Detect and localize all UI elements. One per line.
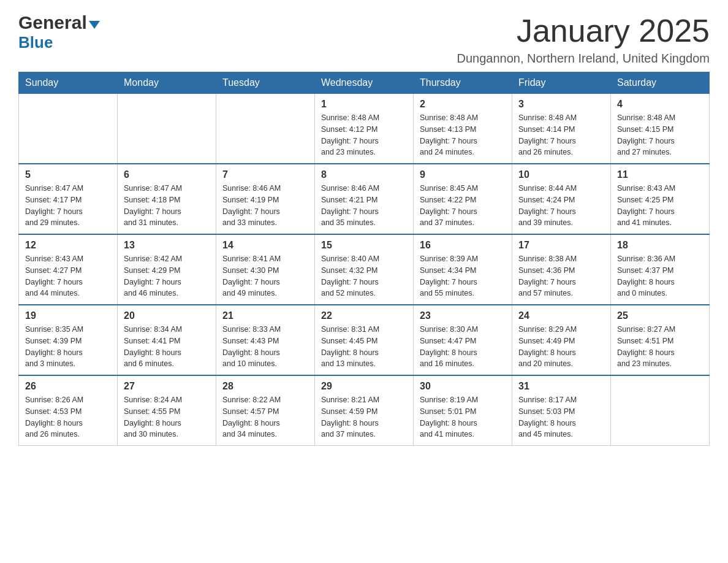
calendar-cell: 12Sunrise: 8:43 AM Sunset: 4:27 PM Dayli…	[19, 234, 118, 305]
day-info: Sunrise: 8:48 AM Sunset: 4:14 PM Dayligh…	[518, 112, 604, 158]
calendar-week-1: 1Sunrise: 8:48 AM Sunset: 4:12 PM Daylig…	[19, 94, 710, 164]
day-number: 18	[617, 240, 703, 251]
day-number: 23	[420, 310, 506, 321]
day-number: 29	[321, 381, 407, 392]
day-number: 15	[321, 240, 407, 251]
day-info: Sunrise: 8:47 AM Sunset: 4:18 PM Dayligh…	[124, 183, 210, 229]
day-info: Sunrise: 8:41 AM Sunset: 4:30 PM Dayligh…	[222, 253, 308, 299]
day-info: Sunrise: 8:21 AM Sunset: 4:59 PM Dayligh…	[321, 394, 407, 440]
day-number: 25	[617, 310, 703, 321]
calendar-cell: 22Sunrise: 8:31 AM Sunset: 4:45 PM Dayli…	[315, 305, 414, 375]
calendar-cell: 4Sunrise: 8:48 AM Sunset: 4:15 PM Daylig…	[611, 94, 710, 164]
calendar-cell: 17Sunrise: 8:38 AM Sunset: 4:36 PM Dayli…	[512, 234, 611, 305]
day-number: 7	[222, 169, 308, 180]
location: Dungannon, Northern Ireland, United King…	[457, 52, 710, 66]
calendar-cell: 25Sunrise: 8:27 AM Sunset: 4:51 PM Dayli…	[611, 305, 710, 375]
logo-triangle-icon	[89, 21, 100, 29]
calendar-cell: 9Sunrise: 8:45 AM Sunset: 4:22 PM Daylig…	[414, 164, 512, 234]
day-number: 14	[222, 240, 308, 251]
day-info: Sunrise: 8:43 AM Sunset: 4:25 PM Dayligh…	[617, 183, 703, 229]
day-info: Sunrise: 8:24 AM Sunset: 4:55 PM Dayligh…	[124, 394, 210, 440]
calendar-cell: 1Sunrise: 8:48 AM Sunset: 4:12 PM Daylig…	[315, 94, 414, 164]
calendar-cell	[118, 94, 216, 164]
calendar-cell: 2Sunrise: 8:48 AM Sunset: 4:13 PM Daylig…	[414, 94, 512, 164]
day-number: 12	[25, 240, 111, 251]
day-info: Sunrise: 8:48 AM Sunset: 4:15 PM Dayligh…	[617, 112, 703, 158]
calendar-cell	[611, 375, 710, 446]
day-number: 22	[321, 310, 407, 321]
day-info: Sunrise: 8:30 AM Sunset: 4:47 PM Dayligh…	[420, 324, 506, 370]
calendar-cell: 8Sunrise: 8:46 AM Sunset: 4:21 PM Daylig…	[315, 164, 414, 234]
calendar-cell: 29Sunrise: 8:21 AM Sunset: 4:59 PM Dayli…	[315, 375, 414, 446]
calendar-cell: 23Sunrise: 8:30 AM Sunset: 4:47 PM Dayli…	[414, 305, 512, 375]
day-info: Sunrise: 8:35 AM Sunset: 4:39 PM Dayligh…	[25, 324, 111, 370]
day-info: Sunrise: 8:31 AM Sunset: 4:45 PM Dayligh…	[321, 324, 407, 370]
day-number: 11	[617, 169, 703, 180]
title-section: January 2025 Dungannon, Northern Ireland…	[457, 12, 710, 66]
day-number: 31	[518, 381, 604, 392]
day-number: 5	[25, 169, 111, 180]
calendar-cell: 7Sunrise: 8:46 AM Sunset: 4:19 PM Daylig…	[216, 164, 315, 234]
day-number: 10	[518, 169, 604, 180]
day-info: Sunrise: 8:26 AM Sunset: 4:53 PM Dayligh…	[25, 394, 111, 440]
day-number: 8	[321, 169, 407, 180]
day-info: Sunrise: 8:47 AM Sunset: 4:17 PM Dayligh…	[25, 183, 111, 229]
logo-blue: Blue	[18, 33, 53, 52]
day-header-thursday: Thursday	[414, 72, 512, 94]
calendar-cell: 20Sunrise: 8:34 AM Sunset: 4:41 PM Dayli…	[118, 305, 216, 375]
day-info: Sunrise: 8:33 AM Sunset: 4:43 PM Dayligh…	[222, 324, 308, 370]
calendar-cell: 16Sunrise: 8:39 AM Sunset: 4:34 PM Dayli…	[414, 234, 512, 305]
calendar-cell: 28Sunrise: 8:22 AM Sunset: 4:57 PM Dayli…	[216, 375, 315, 446]
calendar-cell: 27Sunrise: 8:24 AM Sunset: 4:55 PM Dayli…	[118, 375, 216, 446]
day-info: Sunrise: 8:27 AM Sunset: 4:51 PM Dayligh…	[617, 324, 703, 370]
month-title: January 2025	[457, 12, 710, 49]
calendar-week-5: 26Sunrise: 8:26 AM Sunset: 4:53 PM Dayli…	[19, 375, 710, 446]
day-number: 1	[321, 99, 407, 110]
day-header-wednesday: Wednesday	[315, 72, 414, 94]
day-header-friday: Friday	[512, 72, 611, 94]
calendar-cell: 6Sunrise: 8:47 AM Sunset: 4:18 PM Daylig…	[118, 164, 216, 234]
calendar-cell: 26Sunrise: 8:26 AM Sunset: 4:53 PM Dayli…	[19, 375, 118, 446]
day-info: Sunrise: 8:42 AM Sunset: 4:29 PM Dayligh…	[124, 253, 210, 299]
calendar-cell: 13Sunrise: 8:42 AM Sunset: 4:29 PM Dayli…	[118, 234, 216, 305]
day-info: Sunrise: 8:29 AM Sunset: 4:49 PM Dayligh…	[518, 324, 604, 370]
day-number: 20	[124, 310, 210, 321]
day-number: 30	[420, 381, 506, 392]
day-number: 4	[617, 99, 703, 110]
calendar-cell: 10Sunrise: 8:44 AM Sunset: 4:24 PM Dayli…	[512, 164, 611, 234]
calendar-week-4: 19Sunrise: 8:35 AM Sunset: 4:39 PM Dayli…	[19, 305, 710, 375]
calendar-cell: 18Sunrise: 8:36 AM Sunset: 4:37 PM Dayli…	[611, 234, 710, 305]
logo-general: General	[18, 12, 87, 33]
logo: General Blue	[18, 12, 100, 52]
day-number: 27	[124, 381, 210, 392]
calendar-cell: 24Sunrise: 8:29 AM Sunset: 4:49 PM Dayli…	[512, 305, 611, 375]
calendar-cell: 30Sunrise: 8:19 AM Sunset: 5:01 PM Dayli…	[414, 375, 512, 446]
day-info: Sunrise: 8:22 AM Sunset: 4:57 PM Dayligh…	[222, 394, 308, 440]
day-info: Sunrise: 8:46 AM Sunset: 4:19 PM Dayligh…	[222, 183, 308, 229]
day-number: 6	[124, 169, 210, 180]
calendar-cell: 19Sunrise: 8:35 AM Sunset: 4:39 PM Dayli…	[19, 305, 118, 375]
calendar-header-row: SundayMondayTuesdayWednesdayThursdayFrid…	[19, 72, 710, 94]
day-number: 26	[25, 381, 111, 392]
calendar-cell: 11Sunrise: 8:43 AM Sunset: 4:25 PM Dayli…	[611, 164, 710, 234]
day-number: 9	[420, 169, 506, 180]
day-number: 2	[420, 99, 506, 110]
calendar: SundayMondayTuesdayWednesdayThursdayFrid…	[18, 72, 710, 446]
day-header-sunday: Sunday	[19, 72, 118, 94]
day-info: Sunrise: 8:43 AM Sunset: 4:27 PM Dayligh…	[25, 253, 111, 299]
day-info: Sunrise: 8:39 AM Sunset: 4:34 PM Dayligh…	[420, 253, 506, 299]
day-info: Sunrise: 8:44 AM Sunset: 4:24 PM Dayligh…	[518, 183, 604, 229]
calendar-cell: 5Sunrise: 8:47 AM Sunset: 4:17 PM Daylig…	[19, 164, 118, 234]
day-number: 21	[222, 310, 308, 321]
day-info: Sunrise: 8:19 AM Sunset: 5:01 PM Dayligh…	[420, 394, 506, 440]
calendar-cell: 21Sunrise: 8:33 AM Sunset: 4:43 PM Dayli…	[216, 305, 315, 375]
day-info: Sunrise: 8:36 AM Sunset: 4:37 PM Dayligh…	[617, 253, 703, 299]
day-number: 24	[518, 310, 604, 321]
day-header-tuesday: Tuesday	[216, 72, 315, 94]
day-header-saturday: Saturday	[611, 72, 710, 94]
day-info: Sunrise: 8:17 AM Sunset: 5:03 PM Dayligh…	[518, 394, 604, 440]
day-number: 28	[222, 381, 308, 392]
day-number: 17	[518, 240, 604, 251]
calendar-cell	[216, 94, 315, 164]
calendar-cell: 3Sunrise: 8:48 AM Sunset: 4:14 PM Daylig…	[512, 94, 611, 164]
